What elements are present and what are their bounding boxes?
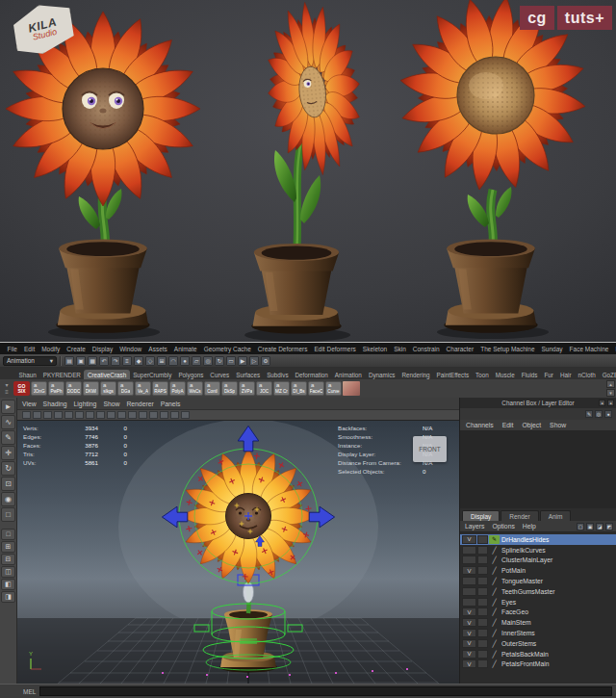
viewport-canvas[interactable]: Y Verts:39340Edges:77460Faces:38760Tris:… [17, 421, 459, 684]
layer-display-type-toggle[interactable] [477, 546, 488, 555]
command-line-input[interactable] [39, 686, 612, 696]
InnerStems[interactable]: V ╱ InnerStems [460, 628, 616, 638]
layout-single-pane-icon[interactable]: □ [1, 529, 15, 540]
menu-item[interactable]: Assets [148, 346, 167, 352]
layer-visibility-toggle[interactable]: V [462, 618, 476, 627]
SplineIkCurves[interactable]: ╱ SplineIkCurves [460, 545, 616, 556]
viewport-menu-item[interactable]: Lighting [74, 401, 97, 407]
channel-box-menu-item[interactable]: Show [550, 422, 566, 428]
lasso-select-tool-icon[interactable]: ∿ [1, 415, 15, 429]
menu-set-dropdown[interactable]: Animation ▾ [3, 356, 57, 366]
menu-item[interactable]: Face Machine [570, 346, 609, 352]
layer-visibility-toggle[interactable]: V [462, 659, 476, 668]
shelf-tab[interactable]: Muscle [492, 370, 518, 379]
shelf-tab[interactable]: Curves [207, 370, 233, 379]
channel-list-empty[interactable] [460, 431, 616, 508]
layer-display-type-toggle[interactable] [477, 629, 488, 637]
snap-grid-icon[interactable]: ⊞ [157, 356, 167, 366]
shelf-tab-toggle-icon[interactable]: ≡ [5, 389, 9, 396]
menu-item[interactable]: Sunday [542, 346, 563, 352]
xray-icon[interactable] [181, 411, 190, 419]
shelf-tab[interactable]: Subdivs [264, 370, 292, 379]
ipr-render-icon[interactable]: ▷ [249, 356, 259, 366]
layer-editor-tab[interactable]: Display [462, 510, 500, 521]
layer-color-icon[interactable]: ╱ [489, 566, 500, 575]
film-gate-icon[interactable] [75, 411, 84, 419]
menu-item[interactable]: Create [66, 346, 86, 352]
render-view-icon[interactable]: ▭ [226, 356, 236, 366]
viewport-menu-item[interactable]: Show [103, 401, 119, 407]
layer-name[interactable]: MainStem [500, 619, 531, 626]
render-current-frame-icon[interactable]: ▶ [238, 356, 247, 366]
shelf-script-button[interactable]: aContl [204, 381, 220, 396]
empty-layer-icon[interactable]: ▢ [577, 523, 584, 530]
channel-box-menu-item[interactable]: Edit [502, 422, 514, 428]
layer-color-icon[interactable]: ╱ [489, 629, 500, 637]
shelf-tab[interactable]: SuperCrumbly [130, 370, 175, 379]
layer-name[interactable]: InnerStems [500, 630, 535, 636]
menu-item[interactable]: Animate [174, 346, 197, 352]
textured-icon[interactable] [160, 411, 168, 419]
new-layer-assign-icon[interactable]: ◪ [596, 523, 603, 530]
shelf-tab[interactable]: Rendering [398, 370, 433, 379]
shelf-tab[interactable]: Dynamics [365, 370, 398, 379]
shelf-thumbnail-button[interactable] [343, 381, 360, 396]
menu-item[interactable]: Modify [41, 346, 60, 352]
menu-item[interactable]: Skeleton [363, 346, 387, 352]
layer-color-icon[interactable]: ╱ [489, 618, 500, 627]
shelf-script-button[interactable]: aDl_Bs [291, 381, 307, 396]
layer-display-type-toggle[interactable] [477, 556, 488, 564]
layer-color-icon[interactable]: ╱ [489, 659, 500, 668]
layout-outliner-icon[interactable]: ◨ [1, 591, 15, 603]
select-tool-icon[interactable]: ► [1, 400, 15, 414]
shelf-script-button[interactable]: aDODC [65, 381, 82, 396]
gate-mask-icon[interactable] [96, 411, 105, 419]
layer-color-icon[interactable]: ╱ [489, 546, 500, 555]
shelf-scroll-down-icon[interactable]: ▾ [606, 389, 615, 397]
layer-name[interactable]: PetalsBackMain [500, 651, 549, 658]
layer-display-type-toggle[interactable] [477, 659, 488, 668]
layer-color-icon[interactable]: ╱ [489, 608, 500, 616]
TeethGumsMaster[interactable]: ╱ TeethGumsMaster [460, 586, 616, 597]
status-divider[interactable] [60, 356, 62, 366]
wireframe-icon[interactable] [139, 411, 147, 419]
layer-name[interactable]: TeethGumsMaster [500, 588, 555, 595]
viewport-menu-item[interactable]: Renderer [126, 401, 153, 407]
menu-item[interactable]: Constrain [413, 346, 440, 352]
layer-visibility-toggle[interactable] [462, 546, 476, 555]
universal-manip-tool-icon[interactable]: ◉ [1, 492, 15, 506]
select-hierarchy-icon[interactable]: ≡ [122, 356, 132, 366]
shelf-tab[interactable]: Polygons [175, 370, 207, 379]
channel-box-title-bar[interactable]: Channel Box / Layer Editor ▪ ▪ [460, 398, 616, 408]
layer-name[interactable]: FaceGeo [500, 608, 528, 615]
manipulator-mode-icon[interactable]: ✎ [585, 410, 593, 418]
select-component-icon[interactable]: ◇ [145, 356, 155, 366]
shelf-tab[interactable]: PaintEffects [433, 370, 473, 379]
menu-item[interactable]: Geometry Cache [204, 346, 251, 352]
shelf-tab[interactable]: Fluids [518, 370, 541, 379]
layer-visibility-toggle[interactable] [462, 556, 476, 564]
shelf-script-button[interactable]: aFaceC [308, 381, 324, 396]
layout-stacked-pane-icon[interactable]: ⊟ [1, 554, 15, 565]
shelf-menu-arrow-icon[interactable]: ▾ [5, 382, 8, 389]
layer-visibility-toggle[interactable]: V [462, 566, 476, 575]
layer-display-type-toggle[interactable] [477, 618, 488, 627]
viewport-menu-item[interactable]: Shading [43, 401, 67, 407]
shelf-tab[interactable]: nCloth [575, 370, 599, 379]
layer-visibility-toggle[interactable]: V [462, 650, 476, 659]
snap-curve-icon[interactable]: ◠ [168, 356, 178, 366]
layer-display-type-toggle[interactable] [477, 650, 488, 659]
shelf-script-button[interactable]: aMZ Cr [273, 381, 290, 396]
layer-display-type-toggle[interactable] [477, 608, 488, 616]
layer-name[interactable]: DrHandlesHides [500, 536, 550, 543]
layout-side-pane-icon[interactable]: ◫ [1, 566, 15, 578]
view-grid-icon[interactable] [64, 411, 73, 419]
shelf-script-button[interactable]: aDGa [117, 381, 134, 396]
layer-name[interactable]: ClusterMainLayer [500, 556, 552, 563]
shelf-tab[interactable]: GoZBrush [599, 370, 616, 379]
PotMain[interactable]: V ╱ PotMain [460, 565, 616, 576]
layer-display-type-toggle[interactable] [477, 577, 488, 585]
panel-close-icon[interactable]: ▪ [607, 400, 614, 406]
shelf-tab[interactable]: Toon [473, 370, 493, 379]
shelf-script-button[interactable]: aPolyA [169, 381, 186, 396]
